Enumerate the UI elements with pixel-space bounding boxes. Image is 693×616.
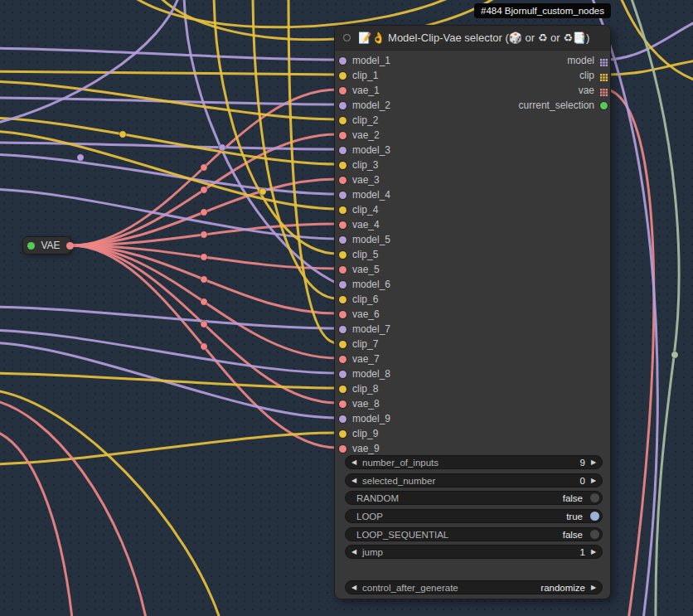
input-slot-vae_8[interactable]: vae_8: [339, 396, 380, 411]
input-slot-vae_2[interactable]: vae_2: [339, 128, 380, 143]
input-slot-label: vae_4: [352, 219, 380, 230]
vae-node-output-dot[interactable]: [66, 242, 74, 250]
decrement-arrow-icon[interactable]: ◀: [346, 474, 362, 487]
model-clip-vae-selector-node[interactable]: 📝👌 Model-Clip-Vae selector (🎲 or ♻ or ♻📑…: [334, 25, 611, 599]
input-slot-model_7[interactable]: model_7: [339, 322, 390, 337]
clip-input-dot[interactable]: [339, 296, 346, 303]
multi-link-grid-icon[interactable]: [600, 72, 608, 80]
toggle-knob[interactable]: [590, 512, 599, 521]
clip-input-dot[interactable]: [339, 386, 346, 393]
model-input-dot[interactable]: [339, 102, 346, 109]
multi-link-grid-icon[interactable]: [600, 57, 608, 65]
input-slot-vae_7[interactable]: vae_7: [339, 352, 380, 366]
link-center-dot: [201, 343, 207, 350]
model-input-dot[interactable]: [339, 192, 346, 199]
link-center-dot: [259, 188, 266, 195]
input-slot-clip_7[interactable]: clip_7: [339, 337, 378, 352]
input-slot-label: model_1: [352, 55, 390, 66]
input-slot-clip_4[interactable]: clip_4: [339, 202, 378, 217]
multi-link-grid-icon[interactable]: [600, 87, 608, 95]
vae-input-dot[interactable]: [339, 87, 346, 95]
input-slot-label: model_6: [352, 279, 390, 290]
input-slot-model_1[interactable]: model_1: [339, 53, 390, 68]
model-input-dot[interactable]: [339, 281, 346, 289]
input-slot-clip_8[interactable]: clip_8: [339, 381, 378, 396]
link-center-dot: [671, 352, 678, 358]
input-slot-vae_3[interactable]: vae_3: [339, 172, 380, 187]
vae-input-dot[interactable]: [339, 132, 346, 139]
output-slot-vae[interactable]: vae: [579, 83, 608, 98]
widget-random[interactable]: RANDOMfalse: [345, 491, 603, 505]
model-input-dot[interactable]: [339, 57, 346, 65]
decrement-arrow-icon[interactable]: ◀: [346, 546, 362, 558]
link-wire-model: [0, 0, 181, 124]
clip-input-dot[interactable]: [339, 72, 346, 80]
link-wire-model: [184, 0, 337, 284]
vae-loader-node[interactable]: VAE: [22, 236, 71, 255]
output-slot-current_selection[interactable]: current_selection: [519, 98, 608, 113]
clip-input-dot[interactable]: [339, 430, 346, 438]
input-slot-vae_5[interactable]: vae_5: [339, 262, 380, 277]
model-input-dot[interactable]: [339, 236, 346, 244]
decrement-arrow-icon[interactable]: ◀: [346, 456, 362, 468]
widget-loop[interactable]: LOOPtrue: [345, 509, 603, 523]
input-slot-model_4[interactable]: model_4: [339, 187, 390, 202]
clip-input-dot[interactable]: [339, 117, 346, 124]
clip-input-dot[interactable]: [339, 206, 346, 214]
input-slot-model_8[interactable]: model_8: [339, 366, 390, 381]
link-wire-vae: [608, 90, 654, 616]
link-wire-model: [608, 18, 693, 60]
vae-node-input-dot[interactable]: [27, 242, 35, 250]
input-slot-vae_4[interactable]: vae_4: [339, 217, 380, 232]
model-input-dot[interactable]: [339, 147, 346, 154]
input-slot-clip_3[interactable]: clip_3: [339, 158, 378, 172]
current_selection-output-dot[interactable]: [600, 102, 608, 109]
input-slot-clip_2[interactable]: clip_2: [339, 113, 378, 128]
link-center-dot: [201, 298, 207, 305]
vae-input-dot[interactable]: [339, 400, 346, 408]
vae-input-dot[interactable]: [339, 356, 346, 363]
vae-input-dot[interactable]: [339, 311, 346, 318]
model-input-dot[interactable]: [339, 326, 346, 333]
clip-input-dot[interactable]: [339, 341, 346, 348]
input-slot-model_2[interactable]: model_2: [339, 98, 390, 113]
input-slot-model_3[interactable]: model_3: [339, 143, 390, 158]
input-slot-model_9[interactable]: model_9: [339, 411, 390, 426]
vae-input-dot[interactable]: [339, 266, 346, 274]
link-center-dot: [201, 231, 207, 238]
widget-jump[interactable]: ◀jump1▶: [345, 545, 603, 559]
input-slot-vae_1[interactable]: vae_1: [339, 83, 380, 98]
clip-input-dot[interactable]: [339, 251, 346, 259]
input-slot-vae_9[interactable]: vae_9: [339, 441, 380, 456]
decrement-arrow-icon[interactable]: ◀: [346, 581, 362, 594]
toggle-knob[interactable]: [590, 493, 599, 502]
output-slot-label: model: [567, 55, 594, 66]
link-wire-clip: [0, 390, 222, 616]
vae-input-dot[interactable]: [339, 221, 346, 229]
widget-loop-sequential[interactable]: LOOP_SEQUENTIALfalse: [345, 527, 603, 541]
model-input-dot[interactable]: [339, 415, 346, 423]
input-slot-vae_6[interactable]: vae_6: [339, 307, 380, 322]
toggle-knob[interactable]: [590, 530, 599, 539]
input-slot-model_5[interactable]: model_5: [339, 232, 390, 247]
vae-input-dot[interactable]: [339, 445, 346, 453]
collapse-dot-icon[interactable]: [343, 34, 351, 41]
clip-input-dot[interactable]: [339, 162, 346, 169]
increment-arrow-icon[interactable]: ▶: [585, 456, 602, 468]
input-slot-clip_9[interactable]: clip_9: [339, 426, 378, 441]
node-titlebar[interactable]: 📝👌 Model-Clip-Vae selector (🎲 or ♻ or ♻📑…: [335, 26, 610, 51]
output-slot-clip[interactable]: clip: [579, 68, 608, 83]
widget-selected-number[interactable]: ◀selected_number0▶: [345, 473, 603, 487]
input-slot-model_6[interactable]: model_6: [339, 277, 390, 292]
input-slot-clip_1[interactable]: clip_1: [339, 68, 378, 83]
vae-input-dot[interactable]: [339, 177, 346, 184]
increment-arrow-icon[interactable]: ▶: [585, 474, 602, 487]
widget-number-of-inputs[interactable]: ◀number_of_inputs9▶: [345, 455, 603, 469]
model-input-dot[interactable]: [339, 371, 346, 378]
widget-control-after-generate[interactable]: ◀control_after_generaterandomize▶: [345, 580, 603, 594]
input-slot-clip_5[interactable]: clip_5: [339, 247, 378, 262]
output-slot-model[interactable]: model: [567, 53, 608, 68]
input-slot-clip_6[interactable]: clip_6: [339, 292, 378, 307]
increment-arrow-icon[interactable]: ▶: [585, 546, 602, 558]
increment-arrow-icon[interactable]: ▶: [585, 581, 602, 594]
